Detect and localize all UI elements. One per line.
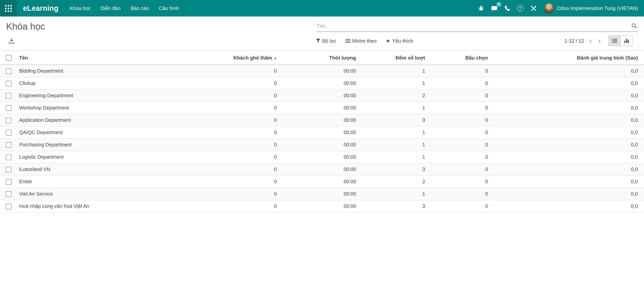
- menu-item-cau-hinh[interactable]: Cấu hình: [154, 0, 184, 17]
- phone-icon[interactable]: [501, 0, 514, 17]
- cell-votes: 0: [429, 163, 492, 175]
- help-icon[interactable]: ?: [514, 0, 527, 17]
- cell-guests: 0: [182, 114, 280, 126]
- pager-previous-icon[interactable]: ‹: [586, 37, 595, 45]
- table-row[interactable]: iLotusland VN 0 00:00 3 0 0,0: [0, 163, 644, 175]
- column-header-votes[interactable]: Bầu chọn: [429, 51, 492, 65]
- export-button[interactable]: [6, 35, 18, 46]
- app-title: eLearning: [23, 4, 58, 13]
- table-row[interactable]: Bidding Department 0 00:00 1 0 0,0: [0, 65, 644, 77]
- table-row[interactable]: Clickup 0 00:00 1 0 0,0: [0, 77, 644, 89]
- cell-guests: 0: [182, 200, 280, 212]
- search-facets: Bộ lọc Nhóm theo: [316, 38, 422, 44]
- row-checkbox-cell: [0, 89, 17, 102]
- tools-icon[interactable]: [527, 0, 540, 17]
- cell-guests: 0: [182, 163, 280, 175]
- row-checkbox[interactable]: [6, 130, 12, 135]
- row-checkbox[interactable]: [6, 154, 12, 160]
- question-circle-icon: ?: [517, 5, 524, 12]
- filters-button-label: Bộ lọc: [322, 38, 336, 44]
- column-header-rating[interactable]: Đánh giá trung bình (Sao): [492, 51, 644, 65]
- cell-votes: 0: [429, 200, 492, 212]
- control-panel: Khóa học: [0, 17, 644, 50]
- menu-item-dien-dan[interactable]: Diễn đàn: [96, 0, 126, 17]
- pager-next-icon[interactable]: ›: [595, 37, 604, 45]
- row-checkbox[interactable]: [6, 191, 12, 197]
- row-checkbox[interactable]: [6, 68, 12, 74]
- cell-duration: 00:00: [280, 65, 360, 77]
- row-checkbox[interactable]: [6, 105, 12, 111]
- table-row[interactable]: Viet An Service 0 00:00 1 0 0,0: [0, 188, 644, 200]
- cell-name: Clickup: [17, 77, 182, 89]
- search-input[interactable]: [316, 20, 638, 32]
- list-view-button[interactable]: [608, 35, 620, 46]
- cell-guests: 0: [182, 151, 280, 163]
- graph-view-button[interactable]: [620, 35, 632, 46]
- cell-guests: 0: [182, 188, 280, 200]
- cell-votes: 0: [429, 114, 492, 126]
- cell-name: Viet An Service: [17, 188, 182, 200]
- menu-item-khoa-hoc[interactable]: Khóa học: [64, 0, 96, 17]
- menu-item-bao-cao[interactable]: Báo cáo: [126, 0, 154, 17]
- cell-votes: 0: [429, 89, 492, 102]
- groupby-button-label: Nhóm theo: [352, 38, 376, 44]
- cell-rating: 0,0: [492, 175, 644, 188]
- column-header-guests[interactable]: Khách ghé thăm▲: [182, 51, 280, 65]
- apps-menu-button[interactable]: [0, 0, 17, 17]
- debug-bug-icon[interactable]: [474, 0, 488, 17]
- cell-views: 2: [360, 175, 429, 188]
- row-checkbox[interactable]: [6, 167, 12, 172]
- select-all-checkbox[interactable]: [6, 55, 12, 61]
- cell-name: Hoà nhập cùng văn hoá Việt An: [17, 200, 182, 212]
- pager: 1-12 / 12 ‹ ›: [564, 35, 632, 46]
- row-checkbox[interactable]: [6, 93, 12, 98]
- select-all-checkbox-cell: [0, 51, 17, 65]
- column-header-views[interactable]: Đếm số lượt: [360, 51, 429, 65]
- cell-rating: 0,0: [492, 102, 644, 114]
- pager-range[interactable]: 1-12 / 12: [564, 38, 584, 44]
- top-menu: Khóa học Diễn đàn Báo cáo Cấu hình: [64, 0, 184, 17]
- table-row[interactable]: Entek 0 00:00 2 0 0,0: [0, 175, 644, 188]
- screen: eLearning Khóa học Diễn đàn Báo cáo Cấu …: [0, 0, 644, 290]
- favorites-button[interactable]: ★ Yêu thích: [386, 38, 413, 44]
- user-avatar[interactable]: [544, 3, 554, 13]
- cell-name: Bidding Department: [17, 65, 182, 77]
- cell-rating: 0,0: [492, 138, 644, 151]
- funnel-icon: [316, 38, 320, 43]
- cell-views: 1: [360, 126, 429, 138]
- row-checkbox[interactable]: [6, 117, 12, 123]
- column-header-name[interactable]: Tên: [17, 51, 182, 65]
- cell-duration: 00:00: [280, 163, 360, 175]
- column-header-duration[interactable]: Thời lượng: [280, 51, 360, 65]
- table-row[interactable]: Workshop Department 0 00:00 1 0 0,0: [0, 102, 644, 114]
- row-checkbox[interactable]: [6, 203, 12, 209]
- cell-rating: 0,0: [492, 188, 644, 200]
- table-row[interactable]: Logistic Department 0 00:00 1 0 0,0: [0, 151, 644, 163]
- cell-guests: 0: [182, 65, 280, 77]
- cell-views: 3: [360, 200, 429, 212]
- cell-rating: 0,0: [492, 114, 644, 126]
- table-row[interactable]: QA/QC Department 0 00:00 1 0 0,0: [0, 126, 644, 138]
- table-row[interactable]: Application Department 0 00:00 3 0 0,0: [0, 114, 644, 126]
- row-checkbox[interactable]: [6, 80, 12, 86]
- cell-rating: 0,0: [492, 89, 644, 102]
- row-checkbox[interactable]: [6, 179, 12, 185]
- row-checkbox-cell: [0, 175, 17, 188]
- row-checkbox[interactable]: [6, 142, 12, 148]
- messages-count-badge: 5: [496, 2, 501, 7]
- table-row[interactable]: Purchasing Department 0 00:00 1 0 0,0: [0, 138, 644, 151]
- user-menu[interactable]: Odoo Implemenation Tung (VIETAN): [557, 5, 638, 11]
- page-title: Khóa học: [6, 21, 316, 32]
- cell-views: 1: [360, 102, 429, 114]
- table-row[interactable]: Engineering Department 0 00:00 2 0 0,0: [0, 89, 644, 102]
- groupby-button[interactable]: Nhóm theo: [345, 38, 376, 44]
- cell-name: Workshop Department: [17, 102, 182, 114]
- filters-button[interactable]: Bộ lọc: [316, 38, 336, 44]
- cell-rating: 0,0: [492, 200, 644, 212]
- messages-icon[interactable]: 5: [488, 0, 501, 17]
- favorites-button-label: Yêu thích: [392, 38, 413, 44]
- search-icon[interactable]: [631, 23, 637, 29]
- cell-guests: 0: [182, 77, 280, 89]
- search-box: [316, 20, 638, 32]
- table-row[interactable]: Hoà nhập cùng văn hoá Việt An 0 00:00 3 …: [0, 200, 644, 212]
